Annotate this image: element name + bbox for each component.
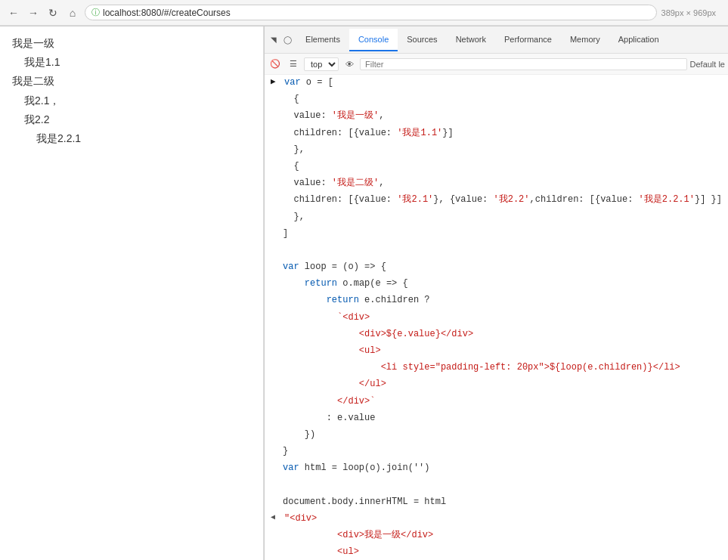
device-icon[interactable]: ◯ bbox=[281, 34, 293, 46]
forward-button[interactable]: → bbox=[26, 5, 41, 20]
back-button[interactable]: ← bbox=[6, 5, 21, 20]
console-line bbox=[265, 478, 728, 494]
console-line: value: '我是二级', bbox=[265, 175, 728, 192]
console-line: `<div> bbox=[265, 310, 728, 326]
console-line: document.body.innerHTML = html bbox=[265, 494, 728, 511]
console-line: ] bbox=[265, 226, 728, 243]
console-toolbar: 🚫 ☰ top 👁 Default le bbox=[265, 54, 728, 75]
tab-performance[interactable]: Performance bbox=[495, 29, 561, 51]
console-line bbox=[265, 243, 728, 259]
context-select[interactable]: top bbox=[304, 57, 339, 71]
console-line: { bbox=[265, 91, 728, 108]
clear-console-button[interactable]: 🚫 bbox=[268, 57, 283, 72]
console-line: var html = loop(o).join('') bbox=[265, 460, 728, 477]
tab-network[interactable]: Network bbox=[447, 29, 495, 51]
page-item: 我是二级 bbox=[12, 72, 251, 91]
console-line: }, bbox=[265, 142, 728, 159]
console-line: children: [{value: '我2.1'}, {value: '我2.… bbox=[265, 192, 728, 209]
dimensions-label: 389px × 969px bbox=[661, 8, 722, 17]
page-item: 我是2.2.1 bbox=[12, 129, 251, 148]
result-arrow: ◀ bbox=[271, 512, 281, 524]
tab-memory[interactable]: Memory bbox=[561, 29, 609, 51]
console-line: : e.value bbox=[265, 410, 728, 427]
console-line: <ul> bbox=[265, 343, 728, 360]
devtools-panel: ◥ ◯ Elements Console Sources Network Per… bbox=[264, 26, 728, 560]
console-line: ◀ "<div> bbox=[265, 511, 728, 528]
console-output[interactable]: ▶ var o = [ { value: '我是一级', children: [… bbox=[265, 75, 728, 560]
console-line: <li style="padding-left: 20px">${loop(e.… bbox=[265, 360, 728, 376]
console-line: </ul> bbox=[265, 376, 728, 393]
eye-button[interactable]: 👁 bbox=[342, 57, 357, 72]
main-container: 我是一级 我是1.1 我是二级 我2.1， 我2.2 我是2.2.1 ◥ ◯ E… bbox=[0, 26, 728, 560]
console-line: }, bbox=[265, 209, 728, 226]
page-item: 我2.1， bbox=[12, 91, 251, 110]
page-item: 我是1.1 bbox=[12, 53, 251, 72]
page-item: 我是一级 bbox=[12, 34, 251, 53]
devtools-icons: ◥ ◯ bbox=[268, 34, 293, 46]
console-line: <div>我是一级</div> bbox=[265, 528, 728, 544]
tab-sources[interactable]: Sources bbox=[398, 29, 446, 51]
devtools-tabs: ◥ ◯ Elements Console Sources Network Per… bbox=[265, 26, 728, 54]
address-bar[interactable]: ⓘ localhost:8080/#/createCourses bbox=[85, 5, 657, 20]
default-label: Default le bbox=[690, 60, 725, 69]
arrow-icon: ▶ bbox=[271, 76, 281, 89]
home-button[interactable]: ⌂ bbox=[65, 5, 80, 20]
tab-application[interactable]: Application bbox=[609, 29, 668, 51]
tab-console[interactable]: Console bbox=[349, 29, 398, 51]
nav-bar: ← → ↻ ⌂ ⓘ localhost:8080/#/createCourses… bbox=[0, 0, 728, 26]
filter-toggle-button[interactable]: ☰ bbox=[286, 57, 301, 72]
console-line: <ul> bbox=[265, 544, 728, 560]
console-line: { bbox=[265, 159, 728, 175]
console-line: children: [{value: '我是1.1'}] bbox=[265, 125, 728, 142]
console-line: } bbox=[265, 444, 728, 460]
tab-elements[interactable]: Elements bbox=[296, 29, 349, 51]
inspect-icon[interactable]: ◥ bbox=[268, 34, 280, 46]
console-line: return e.children ? bbox=[265, 292, 728, 309]
filter-input[interactable] bbox=[360, 58, 686, 70]
browser-chrome: ← → ↻ ⌂ ⓘ localhost:8080/#/createCourses… bbox=[0, 0, 728, 26]
url-text: localhost:8080/#/createCourses bbox=[103, 8, 231, 18]
page-item: 我2.2 bbox=[12, 110, 251, 129]
lock-icon: ⓘ bbox=[91, 7, 100, 18]
console-line: ▶ var o = [ bbox=[265, 75, 728, 91]
refresh-button[interactable]: ↻ bbox=[45, 5, 60, 20]
console-line: <div>${e.value}</div> bbox=[265, 326, 728, 343]
page-panel: 我是一级 我是1.1 我是二级 我2.1， 我2.2 我是2.2.1 bbox=[0, 26, 264, 560]
console-line: }) bbox=[265, 427, 728, 444]
console-line: </div>` bbox=[265, 394, 728, 410]
console-line: value: '我是一级', bbox=[265, 108, 728, 125]
console-line: return o.map(e => { bbox=[265, 276, 728, 292]
console-line: var loop = (o) => { bbox=[265, 259, 728, 276]
